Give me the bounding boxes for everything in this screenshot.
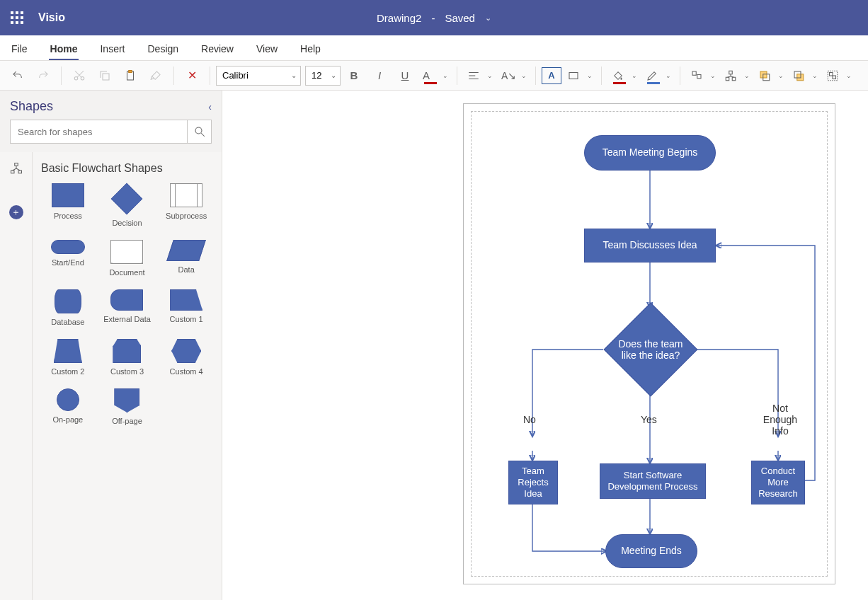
- chevron-down-icon: ⌄: [487, 72, 493, 79]
- tab-insert[interactable]: Insert: [98, 39, 126, 60]
- shape-external-data[interactable]: External Data: [99, 289, 156, 326]
- chevron-down-icon: ⌄: [846, 72, 852, 79]
- app-launcher-button[interactable]: [0, 0, 34, 35]
- bold-button[interactable]: B: [342, 64, 366, 88]
- line-color-button[interactable]: ⌄: [641, 64, 674, 88]
- text-direction-icon: A↘: [501, 70, 516, 81]
- external-data-icon: [110, 289, 143, 311]
- node-start[interactable]: Team Meeting Begins: [584, 135, 716, 171]
- align-button[interactable]: ⌄: [463, 64, 496, 88]
- shape-data[interactable]: Data: [158, 240, 215, 277]
- shape-process[interactable]: Process: [40, 183, 96, 227]
- svg-rect-13: [732, 77, 736, 81]
- ribbon-tabs: File Home Insert Design Review View Help: [0, 35, 868, 61]
- svg-rect-8: [569, 72, 578, 79]
- align-shapes-button[interactable]: ⌄: [686, 64, 719, 88]
- tab-home[interactable]: Home: [49, 39, 79, 60]
- custom3-icon: [113, 339, 141, 363]
- font-size-select[interactable]: ⌄: [305, 66, 341, 86]
- separator: [535, 67, 536, 85]
- node-develop[interactable]: Start Software Development Process: [600, 463, 706, 499]
- main-area: Shapes ‹ ＋ Basic Flowcha: [0, 91, 868, 600]
- document-status: Saved: [445, 12, 475, 24]
- shape-decision[interactable]: Decision: [99, 183, 156, 227]
- stencil-basic-flowchart: Basic Flowchart Shapes Process Decision …: [33, 152, 222, 600]
- underline-button[interactable]: U: [393, 64, 417, 88]
- drawing-page[interactable]: Team Meeting Begins Team Discusses Idea …: [463, 103, 835, 584]
- rectangle-tool-button[interactable]: ⌄: [563, 64, 595, 88]
- shapes-panel: Shapes ‹ ＋ Basic Flowcha: [0, 91, 222, 600]
- data-icon: [166, 240, 206, 261]
- shape-subprocess[interactable]: Subprocess: [158, 183, 215, 227]
- chevron-down-icon: ⌄: [778, 72, 784, 79]
- svg-rect-10: [697, 74, 701, 78]
- bring-front-icon: [758, 69, 771, 82]
- node-reject[interactable]: Team Rejects Idea: [508, 461, 558, 504]
- stencil-tree-button[interactable]: [7, 159, 25, 178]
- font-color-button[interactable]: A ⌄: [418, 64, 451, 88]
- tab-view[interactable]: View: [255, 39, 279, 60]
- font-name-select[interactable]: ⌄: [216, 66, 301, 86]
- node-research[interactable]: Conduct More Research: [751, 461, 805, 504]
- label-no: No: [523, 414, 536, 425]
- waffle-icon: [11, 11, 23, 24]
- bring-front-button[interactable]: ⌄: [754, 64, 787, 88]
- stencil-rail: ＋: [0, 152, 33, 600]
- svg-rect-23: [833, 76, 836, 79]
- node-discuss[interactable]: Team Discusses Idea: [584, 229, 716, 262]
- redo-button[interactable]: [31, 64, 55, 88]
- format-painter-button[interactable]: [144, 64, 168, 88]
- tab-review[interactable]: Review: [200, 39, 235, 60]
- text-direction-button[interactable]: A↘ ⌄: [497, 64, 530, 88]
- group-button[interactable]: ⌄: [822, 64, 855, 88]
- italic-button[interactable]: I: [367, 64, 392, 88]
- label-yes: Yes: [641, 414, 657, 425]
- copy-button[interactable]: [93, 64, 117, 88]
- add-stencil-button[interactable]: ＋: [7, 203, 25, 221]
- align-shapes-icon: [690, 69, 703, 82]
- node-end[interactable]: Meeting Ends: [605, 534, 697, 568]
- shape-custom-2[interactable]: Custom 2: [40, 339, 96, 376]
- font-size-input[interactable]: [306, 67, 327, 85]
- svg-rect-26: [14, 163, 18, 166]
- undo-button[interactable]: [6, 64, 30, 88]
- shape-custom-4[interactable]: Custom 4: [158, 339, 215, 376]
- chevron-down-icon: ⌄: [587, 72, 593, 79]
- paste-button[interactable]: [118, 64, 142, 88]
- shape-document[interactable]: Document: [99, 240, 156, 277]
- decision-icon: [111, 183, 143, 215]
- cut-button[interactable]: [67, 64, 91, 88]
- svg-rect-4: [129, 70, 132, 72]
- shape-custom-3[interactable]: Custom 3: [99, 339, 156, 376]
- svg-rect-19: [797, 74, 804, 80]
- font-name-input[interactable]: [217, 67, 287, 85]
- shape-on-page[interactable]: On-page: [40, 388, 96, 425]
- separator: [210, 67, 210, 85]
- shape-database[interactable]: Database: [40, 289, 96, 326]
- shapes-search-box[interactable]: [10, 120, 188, 144]
- chevron-down-icon: ⌄: [632, 72, 637, 79]
- position-button[interactable]: ⌄: [720, 64, 753, 88]
- shape-custom-1[interactable]: Custom 1: [158, 289, 215, 326]
- shape-fill-button[interactable]: ⌄: [607, 64, 640, 88]
- separator: [601, 67, 602, 85]
- document-title-area[interactable]: Drawing2 - Saved ⌄: [377, 12, 491, 24]
- shape-start-end[interactable]: Start/End: [40, 240, 96, 277]
- collapse-panel-button[interactable]: ‹: [208, 101, 212, 112]
- text-tool-icon: A: [548, 70, 554, 81]
- shape-off-page[interactable]: Off-page: [99, 388, 156, 425]
- svg-rect-2: [103, 74, 109, 80]
- text-tool-button[interactable]: A: [542, 67, 561, 84]
- startend-icon: [51, 240, 85, 254]
- tab-design[interactable]: Design: [146, 39, 180, 60]
- custom4-icon: [171, 339, 201, 363]
- tab-file[interactable]: File: [10, 39, 29, 60]
- send-back-button[interactable]: ⌄: [788, 64, 821, 88]
- delete-button[interactable]: ✕: [180, 64, 204, 88]
- tab-help[interactable]: Help: [299, 39, 322, 60]
- plus-icon: ＋: [9, 205, 23, 219]
- canvas[interactable]: Team Meeting Begins Team Discusses Idea …: [222, 91, 868, 600]
- italic-icon: I: [378, 69, 381, 81]
- shapes-search-input[interactable]: [11, 127, 187, 137]
- shapes-search-button[interactable]: [188, 120, 212, 144]
